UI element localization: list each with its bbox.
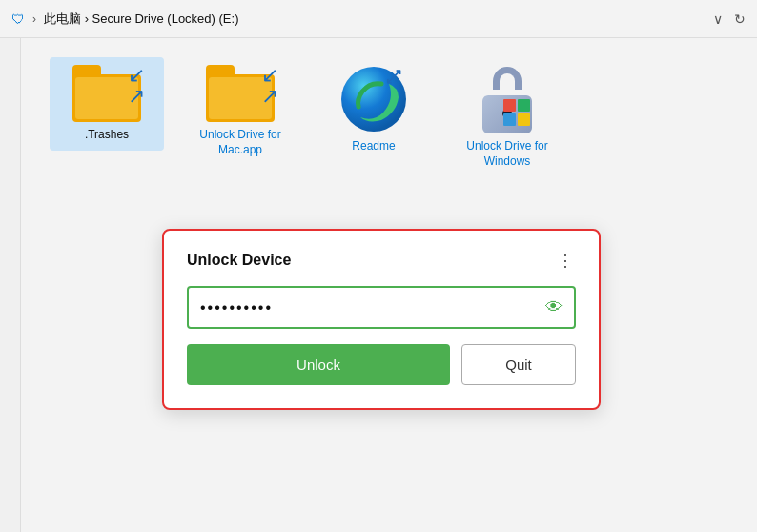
move-arrows-mac-icon: ↙↗ [261, 65, 278, 107]
flag-red [503, 99, 516, 112]
dialog-buttons: Unlock Quit [187, 344, 576, 385]
path-sep: › [85, 11, 92, 26]
password-input[interactable] [200, 299, 545, 317]
folder-trashes-icon: ↙↗ [72, 65, 141, 122]
address-bar: 🛡 › 此电脑 › Secure Drive (Locked) (E:) ∨ ↻ [0, 0, 757, 38]
path-drive[interactable]: Secure Drive (Locked) (E:) [92, 11, 239, 26]
edge-icon-container: ↙ ↗ [339, 65, 408, 133]
edge-icon-svg: ↙ ↗ [339, 65, 408, 133]
file-item-trashes[interactable]: ↙↗ .Trashes [50, 57, 164, 151]
file-label-trashes: .Trashes [85, 128, 129, 143]
path-pc[interactable]: 此电脑 [44, 11, 81, 26]
windows-flag-icon [503, 99, 530, 126]
address-bar-controls: ∨ ↻ [713, 11, 746, 27]
security-icon: 🛡 [11, 11, 25, 27]
eye-toggle-icon[interactable]: 👁 [545, 297, 563, 317]
dialog-menu-button[interactable]: ⋮ [557, 250, 576, 271]
password-field-wrapper[interactable]: 👁 [187, 286, 576, 329]
file-label-unlock-windows: Unlock Drive for Windows [458, 139, 557, 169]
main-content: ↙↗ .Trashes ↙↗ Unlock Drive for Mac.app [21, 38, 757, 195]
file-label-unlock-mac: Unlock Drive for Mac.app [191, 128, 290, 157]
left-sidebar [0, 38, 21, 532]
file-item-unlock-windows[interactable]: Unlock Drive for Windows [450, 57, 564, 176]
svg-text:↗: ↗ [391, 66, 402, 81]
lock-body [482, 95, 532, 133]
dialog-title: Unlock Device [187, 252, 291, 269]
lock-shackle [493, 67, 522, 90]
dialog-header: Unlock Device ⋮ [187, 250, 576, 271]
quit-button[interactable]: Quit [461, 344, 576, 385]
file-icons-row: ↙↗ .Trashes ↙↗ Unlock Drive for Mac.app [50, 57, 728, 176]
chevron-icon: › [32, 12, 36, 26]
address-path[interactable]: 此电脑 › Secure Drive (Locked) (E:) [44, 10, 706, 28]
flag-blue [503, 113, 516, 126]
file-item-unlock-mac[interactable]: ↙↗ Unlock Drive for Mac.app [183, 57, 297, 165]
folder-unlock-mac-icon: ↙↗ [206, 65, 275, 122]
refresh-icon[interactable]: ↻ [734, 11, 746, 27]
unlock-button[interactable]: Unlock [187, 344, 450, 385]
flag-green [518, 99, 530, 112]
move-arrows-icon: ↙↗ [128, 65, 145, 107]
unlock-dialog: Unlock Device ⋮ 👁 Unlock Quit [162, 229, 601, 410]
file-label-readme: Readme [352, 139, 395, 154]
dropdown-icon[interactable]: ∨ [713, 11, 723, 27]
file-item-readme[interactable]: ↙ ↗ Readme [317, 57, 431, 162]
lock-icon-container [473, 65, 542, 133]
flag-yellow [518, 113, 530, 126]
